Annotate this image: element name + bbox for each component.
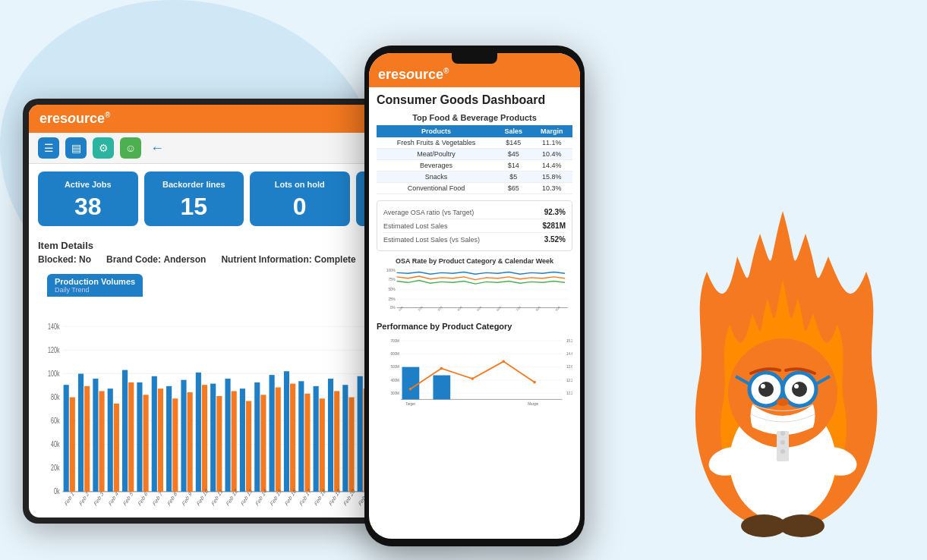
- svg-text:15.2%: 15.2%: [566, 339, 572, 343]
- svg-rect-25: [128, 382, 134, 492]
- svg-rect-24: [122, 370, 128, 492]
- product-name: Fresh Fruits & Vegetables: [377, 137, 496, 149]
- table-row: Meat/Poultry $45 10.4%: [377, 149, 572, 160]
- svg-point-158: [780, 431, 785, 436]
- svg-rect-39: [232, 392, 237, 492]
- blocked-value: No: [79, 254, 91, 265]
- performance-section: Performance by Product Category 700M 600…: [377, 322, 572, 410]
- table-row: Fresh Fruits & Vegetables $145 11.1%: [377, 137, 572, 149]
- svg-text:100k: 100k: [48, 368, 60, 378]
- production-volumes-header: Production Volumes Daily Trend: [47, 274, 143, 297]
- table-section-title: Top Food & Beverage Products: [377, 113, 572, 122]
- svg-point-151: [792, 382, 807, 397]
- svg-rect-40: [240, 389, 245, 492]
- svg-rect-32: [181, 380, 186, 492]
- svg-text:12.2%: 12.2%: [566, 379, 572, 382]
- svg-rect-28: [152, 376, 157, 492]
- svg-text:140k: 140k: [48, 321, 60, 331]
- col-products: Products: [377, 125, 496, 137]
- svg-text:Feb 8: Feb 8: [166, 490, 178, 508]
- product-margin: 10.3%: [531, 183, 572, 194]
- product-margin: 15.8%: [531, 171, 572, 183]
- svg-rect-31: [172, 399, 178, 492]
- svg-rect-41: [246, 401, 251, 492]
- svg-point-152: [761, 384, 765, 389]
- active-jobs-label: Active Jobs: [44, 179, 132, 190]
- svg-text:25%: 25%: [388, 297, 395, 301]
- phone-notch: [452, 53, 497, 64]
- product-sales: $5: [496, 171, 531, 183]
- svg-rect-47: [290, 384, 295, 492]
- svg-rect-45: [276, 388, 281, 492]
- svg-rect-38: [225, 379, 230, 492]
- mascot: [654, 90, 912, 560]
- col-margin: Margin: [531, 125, 572, 137]
- osa-chart-svg: 100% 75% 50% 25% 0% 1/20: [377, 267, 572, 313]
- svg-text:120k: 120k: [48, 344, 60, 354]
- svg-text:40k: 40k: [51, 439, 60, 449]
- svg-rect-35: [202, 385, 207, 492]
- brand-code-field: Brand Code: Anderson: [106, 254, 206, 265]
- table-row: Conventional Food $65 10.3%: [377, 183, 572, 194]
- osa-chart-area: OSA Rate by Product Category & Calendar …: [377, 257, 572, 316]
- svg-text:3/20: 3/20: [437, 306, 443, 312]
- svg-rect-26: [137, 382, 142, 492]
- svg-rect-34: [196, 373, 201, 492]
- production-volumes-subtitle: Daily Trend: [55, 286, 135, 294]
- svg-text:300M: 300M: [391, 392, 400, 395]
- svg-text:0k: 0k: [54, 486, 60, 496]
- blocked-field: Blocked: No: [38, 254, 91, 265]
- product-name: Meat/Poultry: [377, 149, 496, 160]
- svg-text:80k: 80k: [51, 392, 60, 401]
- back-button[interactable]: ←: [150, 140, 164, 156]
- active-jobs-card: Active Jobs 38: [38, 171, 138, 226]
- svg-point-135: [440, 367, 443, 370]
- brand-code-value: Anderson: [163, 254, 206, 265]
- lots-on-hold-value: 0: [256, 194, 344, 219]
- svg-text:Feb 3: Feb 3: [93, 490, 105, 508]
- phone-page-title: Consumer Goods Dashboard: [377, 93, 572, 107]
- svg-rect-36: [210, 384, 216, 492]
- svg-text:5/20: 5/20: [476, 306, 482, 312]
- svg-rect-133: [433, 376, 450, 400]
- svg-rect-132: [402, 367, 420, 400]
- svg-point-137: [502, 360, 505, 363]
- backorder-lines-card: Backorder lines 15: [144, 171, 244, 226]
- lost-sales-pct-label: Estimated Lost Sales (vs Sales): [383, 236, 480, 244]
- svg-rect-18: [78, 374, 84, 492]
- phone-logo: eresource®: [378, 67, 449, 83]
- svg-text:14.4%: 14.4%: [566, 352, 572, 356]
- svg-rect-52: [328, 379, 333, 492]
- svg-text:7/20: 7/20: [516, 306, 522, 312]
- performance-chart-area: 700M 600M 500M 400M 300M 15.2% 14.4% 12.…: [377, 334, 572, 410]
- lots-on-hold-card: Lots on hold 0: [250, 171, 350, 226]
- product-margin: 11.1%: [531, 137, 572, 149]
- svg-text:400M: 400M: [391, 379, 400, 382]
- svg-rect-56: [358, 376, 363, 492]
- phone-device: eresource® Consumer Goods Dashboard Top …: [364, 46, 585, 546]
- product-name: Snacks: [377, 171, 496, 183]
- document-icon[interactable]: ☰: [38, 137, 59, 159]
- svg-text:8/20: 8/20: [535, 306, 541, 312]
- svg-text:6/20: 6/20: [496, 306, 502, 312]
- people-icon[interactable]: ☺: [120, 137, 141, 159]
- metrics-section: Average OSA ratio (vs Target) 92.3% Esti…: [377, 200, 572, 251]
- svg-rect-55: [348, 398, 354, 492]
- table-row: Beverages $14 14.4%: [377, 160, 572, 171]
- product-margin: 10.4%: [531, 149, 572, 160]
- svg-rect-20: [93, 379, 98, 492]
- svg-rect-48: [298, 382, 304, 492]
- tablet-logo: eresource®: [39, 111, 110, 127]
- chart-icon[interactable]: ▤: [65, 137, 87, 159]
- svg-text:100%: 100%: [386, 269, 396, 272]
- osa-chart-title: OSA Rate by Product Category & Calendar …: [377, 257, 572, 265]
- svg-point-156: [779, 514, 825, 537]
- lost-sales-value: $281M: [542, 222, 566, 230]
- product-name: Beverages: [377, 160, 496, 171]
- lost-sales-pct-value: 3.52%: [544, 235, 566, 244]
- svg-text:Target: Target: [405, 402, 415, 406]
- settings-icon[interactable]: ⚙: [93, 137, 114, 159]
- products-table: Products Sales Margin Fresh Fruits & Veg…: [377, 125, 572, 194]
- osa-label: Average OSA ratio (vs Target): [383, 209, 474, 216]
- svg-rect-50: [314, 386, 319, 492]
